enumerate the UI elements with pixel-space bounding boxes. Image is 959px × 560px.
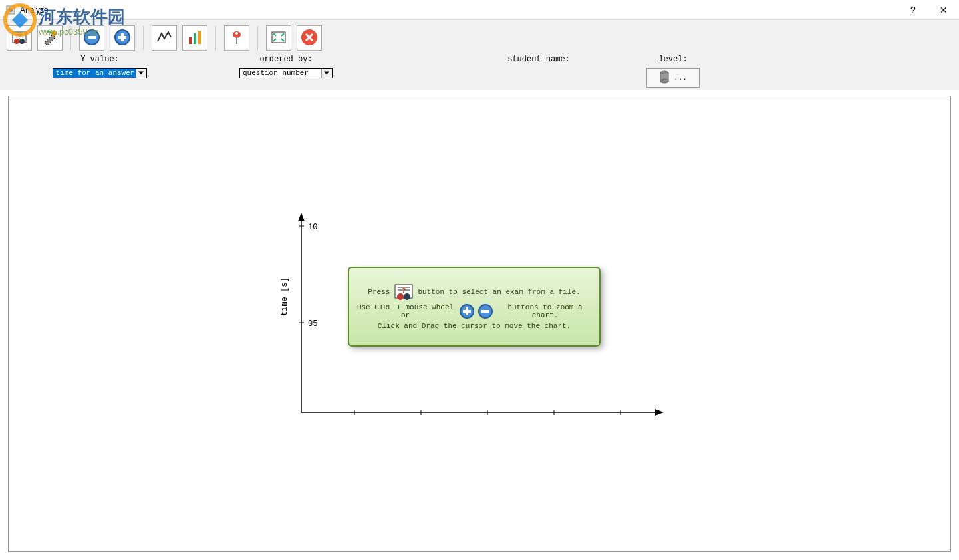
zoom-out-icon xyxy=(82,28,101,49)
close-chart-button[interactable] xyxy=(297,25,322,51)
toolbar-divider xyxy=(143,26,144,50)
svg-text:?: ? xyxy=(17,33,21,41)
svg-rect-16 xyxy=(189,37,192,44)
y-value-control: Y value: time for an answer xyxy=(33,55,166,88)
toolbar-area: ? xyxy=(0,20,959,90)
zoom-out-button[interactable] xyxy=(79,25,104,51)
controls-row: Y value: time for an answer ordered by: … xyxy=(7,55,952,88)
svg-point-4 xyxy=(9,8,13,12)
open-exam-icon: ? xyxy=(10,28,29,49)
svg-rect-49 xyxy=(481,310,489,313)
svg-point-10 xyxy=(51,31,57,36)
fit-screen-button[interactable] xyxy=(266,25,291,51)
level-control: level: ... xyxy=(646,55,700,88)
dropdown-arrow-icon xyxy=(136,69,146,78)
svg-point-20 xyxy=(235,32,238,35)
toolbar-divider xyxy=(70,26,71,50)
svg-rect-18 xyxy=(198,31,201,44)
svg-text:05: 05 xyxy=(308,319,317,329)
app-window: 河东软件园 www.pc0359.cn Analyze ? ✕ ? xyxy=(0,0,959,560)
open-exam-icon: ? xyxy=(392,283,415,301)
dropdown-arrow-icon xyxy=(321,69,332,78)
student-name-label: student name: xyxy=(507,55,570,64)
zoom-out-icon xyxy=(478,303,493,319)
svg-rect-12 xyxy=(88,36,96,39)
fit-screen-icon xyxy=(269,28,288,49)
close-button[interactable]: ✕ xyxy=(928,0,959,20)
window-title: Analyze xyxy=(20,5,898,15)
close-circle-icon xyxy=(300,28,319,49)
titlebar: Analyze ? ✕ xyxy=(0,0,959,20)
toolbar: ? xyxy=(7,25,952,51)
bar-chart-button[interactable] xyxy=(182,25,207,51)
student-name-control: student name: xyxy=(472,55,605,88)
svg-rect-47 xyxy=(466,307,468,315)
app-icon xyxy=(5,5,16,15)
open-exam-button[interactable]: ? xyxy=(7,25,32,51)
svg-marker-29 xyxy=(655,409,664,416)
y-axis-label: time [s] xyxy=(280,277,289,316)
hint-tooltip: Press ? button to select an exam from a … xyxy=(348,267,601,347)
level-label: level: xyxy=(658,55,687,64)
svg-marker-27 xyxy=(298,213,305,221)
svg-text:10: 10 xyxy=(308,223,317,232)
y-value-dropdown[interactable]: time for an answer xyxy=(53,68,148,78)
svg-rect-17 xyxy=(194,33,196,44)
chart-area[interactable]: 10 05 time [s] Press ? button to select … xyxy=(8,96,951,552)
wrench-icon xyxy=(41,28,59,49)
svg-point-25 xyxy=(660,79,668,83)
cylinder-icon xyxy=(659,70,670,86)
line-chart-icon xyxy=(155,28,174,49)
marker-button[interactable] xyxy=(224,25,249,51)
line-chart-button[interactable] xyxy=(152,25,177,51)
hint-line-3: Click and Drag the cursor to move the ch… xyxy=(378,322,571,330)
ordered-by-selected: question number xyxy=(243,69,309,77)
level-button-text: ... xyxy=(674,74,687,82)
svg-text:?: ? xyxy=(402,287,406,295)
y-value-selected: time for an answer xyxy=(56,69,135,77)
bar-chart-icon xyxy=(186,28,204,49)
window-controls: ? ✕ xyxy=(898,0,959,20)
ordered-by-dropdown[interactable]: question number xyxy=(239,68,333,78)
ordered-by-control: ordered by: question number xyxy=(219,55,352,88)
toolbar-divider xyxy=(257,26,258,50)
zoom-in-icon xyxy=(113,28,132,49)
zoom-in-button[interactable] xyxy=(110,25,135,51)
ordered-by-label: ordered by: xyxy=(259,55,312,64)
level-button[interactable]: ... xyxy=(646,68,700,88)
svg-rect-15 xyxy=(121,33,124,41)
y-value-label: Y value: xyxy=(80,55,119,64)
zoom-in-icon xyxy=(459,303,475,319)
pin-icon xyxy=(227,28,246,49)
toolbar-divider xyxy=(215,26,216,50)
settings-button[interactable] xyxy=(37,25,63,51)
help-button[interactable]: ? xyxy=(898,0,928,20)
hint-line-2: Use CTRL + mouse wheel or buttons to zoo… xyxy=(354,303,594,319)
hint-line-1: Press ? button to select an exam from a … xyxy=(368,283,580,301)
